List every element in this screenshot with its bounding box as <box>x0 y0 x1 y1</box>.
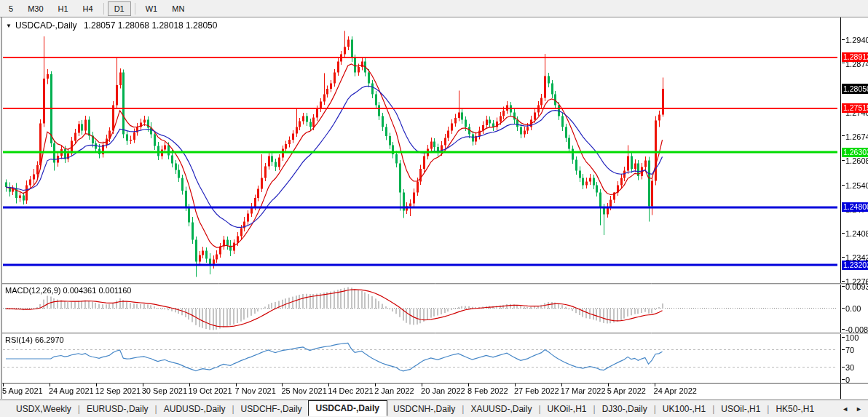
chart-tab-bar: USDX,Weekly|EURUSD-,Daily|AUDUSD-,Daily|… <box>0 400 868 417</box>
rsi-indicator-label: RSI(14) 66.2970 <box>5 335 64 344</box>
timeframe-button-w1[interactable]: W1 <box>139 1 165 16</box>
timeframe-button-m30[interactable]: M30 <box>21 1 50 16</box>
date-tick-label: 17 Mar 2022 <box>561 386 606 395</box>
tab-separator: | <box>155 404 157 414</box>
timeframe-button-h1[interactable]: H1 <box>52 1 75 16</box>
date-tick-label: 8 Feb 2022 <box>467 386 508 395</box>
date-tick-label: 19 Oct 2021 <box>189 386 232 395</box>
tab-scroll-right-icon[interactable]: ► <box>856 405 862 413</box>
rsi-tick-label: 30 <box>845 363 854 372</box>
date-tick-label: 5 Apr 2022 <box>607 386 646 395</box>
price-level-chip: 1.23203 <box>842 261 868 270</box>
timeframe-button-5[interactable]: 5 <box>2 1 20 16</box>
tab-separator: | <box>712 404 714 414</box>
date-tick-label: 20 Jan 2022 <box>421 386 465 395</box>
price-tick-label: 1.24080 <box>845 229 868 238</box>
date-tick-label: 2 Jan 2022 <box>374 386 414 395</box>
rsi-tick-label: 100 <box>845 333 859 342</box>
price-level-chip: 1.27515 <box>842 103 868 113</box>
date-tick-label: 24 Apr 2022 <box>654 386 697 395</box>
tab-separator: | <box>767 404 769 414</box>
trading-app-window: 5M30H1H4D1W1MN ▼USDCAD-,Daily 1.28057 1.… <box>0 0 868 417</box>
tab-usdcnh-daily[interactable]: USDCNH-,Daily <box>387 402 461 416</box>
date-tick-label: 25 Nov 2021 <box>281 386 326 395</box>
price-tick-label: 1.25400 <box>845 181 868 190</box>
date-tick-label: 5 Aug 2021 <box>2 386 43 395</box>
tab-separator: | <box>232 404 234 414</box>
chart-canvas[interactable] <box>0 0 868 417</box>
tab-separator: | <box>538 404 540 414</box>
date-tick-label: 27 Feb 2022 <box>514 386 559 395</box>
chart-dropdown-icon[interactable]: ▼ <box>6 23 12 29</box>
date-tick-label: 30 Sep 2021 <box>142 386 187 395</box>
tab-ukoil-h1[interactable]: UKOil-,H1 <box>542 402 593 416</box>
price-level-chip: 1.26303 <box>842 148 868 157</box>
date-tick-label: 7 Nov 2021 <box>235 386 276 395</box>
price-level-chip: 1.24800 <box>842 202 868 212</box>
date-tick-label: 14 Dec 2021 <box>328 386 373 395</box>
tab-dj30-daily[interactable]: DJ30-,Daily <box>596 402 653 416</box>
tab-separator: | <box>654 404 656 414</box>
tab-eurusd-daily[interactable]: EURUSD-,Daily <box>81 402 154 416</box>
tab-uk100-h1[interactable]: UK100-,H1 <box>657 402 711 416</box>
current-price-chip: 1.28050 <box>842 84 868 94</box>
macd-indicator-label: MACD(12,26,9) 0.004361 0.001160 <box>5 286 131 295</box>
rsi-tick-label: 70 <box>845 346 854 354</box>
chart-title: ▼USDCAD-,Daily 1.28057 1.28068 1.28018 1… <box>6 20 217 31</box>
date-tick-label: 24 Aug 2021 <box>49 386 94 395</box>
tab-separator: | <box>462 404 464 414</box>
timeframe-button-mn[interactable]: MN <box>165 1 191 16</box>
tab-scroll-arrows: ◄► <box>842 405 862 413</box>
rsi-tick-label: 0 <box>845 376 850 384</box>
macd-tick-label: 0.009345 <box>845 282 868 291</box>
tab-xauusd-daily[interactable]: XAUUSD-,Daily <box>465 402 537 416</box>
tab-audusd-daily[interactable]: AUDUSD-,Daily <box>158 402 232 416</box>
timeframe-button-d1[interactable]: D1 <box>108 1 131 16</box>
date-tick-label: 12 Sep 2021 <box>95 386 141 395</box>
toolbar-separator <box>103 3 104 15</box>
timeframe-toolbar: 5M30H1H4D1W1MN <box>0 0 868 17</box>
chart-symbol-label: USDCAD-,Daily <box>15 20 77 31</box>
tab-scroll-left-icon[interactable]: ◄ <box>842 405 848 413</box>
price-tick-label: 1.26740 <box>845 132 868 141</box>
tab-usdx-weekly[interactable]: USDX,Weekly <box>10 402 77 416</box>
tab-separator: | <box>78 404 80 414</box>
tab-usdcad-daily[interactable]: USDCAD-,Daily <box>308 400 387 416</box>
chart-ohlc-values: 1.28057 1.28068 1.28018 1.28050 <box>84 20 218 31</box>
price-tick-label: 1.29400 <box>845 36 868 44</box>
tab-usoil-h1[interactable]: USOil-,H1 <box>715 402 766 416</box>
toolbar-separator <box>135 3 135 15</box>
tab-hk50-h1[interactable]: HK50-,H1 <box>770 402 820 416</box>
price-level-chip: 1.28912 <box>842 52 868 62</box>
macd-tick-label: 0.00 <box>845 304 861 313</box>
tab-separator: | <box>593 404 596 414</box>
timeframe-button-h4[interactable]: H4 <box>76 1 100 16</box>
price-tick-label: 1.26080 <box>845 156 868 165</box>
tab-usdchf-daily[interactable]: USDCHF-,Daily <box>235 402 308 416</box>
